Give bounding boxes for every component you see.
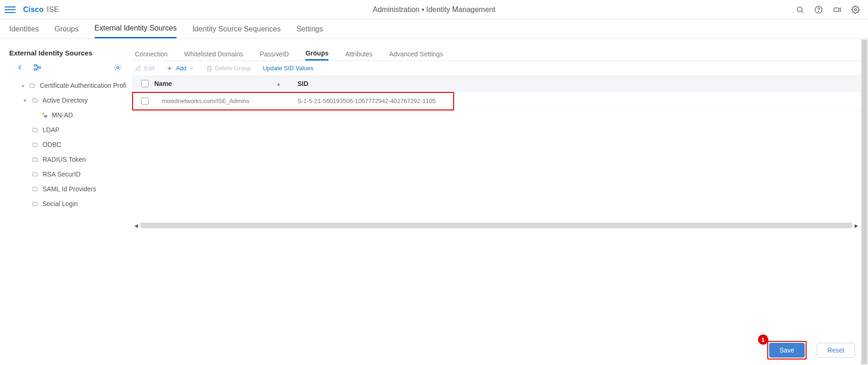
tree-item-label: Social Login: [42, 200, 78, 207]
row-checkbox[interactable]: [141, 97, 149, 105]
sub-tab-whitelisted-domains[interactable]: Whitelisted Domains: [184, 48, 243, 61]
cell-sid: S-1-5-21-560193506-1067772942-402767292-…: [297, 97, 861, 104]
annotation-highlight-save: Save: [767, 341, 807, 359]
svg-point-5: [855, 8, 857, 11]
tree-item-social-login[interactable]: Social Login: [9, 196, 127, 211]
update-sid-label: Update SID Values: [263, 65, 314, 72]
column-header-sid[interactable]: SID: [297, 80, 861, 87]
table-row[interactable]: mixednetworks.com/ISE_AdminsS-1-5-21-560…: [132, 92, 861, 110]
main-tab-external-identity-sources[interactable]: External Identity Sources: [95, 19, 177, 38]
tree-item-label: Certificate Authentication Profile: [40, 82, 127, 89]
sidebar-title: External Identity Sources: [9, 49, 127, 57]
tree-item-label: LDAP: [42, 126, 60, 134]
svg-point-9: [117, 67, 119, 69]
tree-item-label: RADIUS Token: [42, 156, 86, 163]
svg-rect-11: [44, 115, 47, 117]
scroll-right-icon[interactable]: ▶: [852, 223, 861, 228]
folder-icon: [31, 141, 39, 148]
folder-icon: [31, 186, 39, 192]
reset-button[interactable]: Reset: [817, 343, 855, 358]
column-header-name[interactable]: Name ▲: [154, 80, 297, 87]
edit-action[interactable]: Edit: [135, 65, 154, 72]
scroll-left-icon[interactable]: ◀: [132, 223, 140, 228]
tree-item-active-directory[interactable]: ▾Active Directory: [9, 93, 127, 108]
folder-icon: [31, 97, 39, 103]
horizontal-scrollbar[interactable]: ◀ ▶: [132, 221, 861, 230]
svg-rect-7: [34, 69, 36, 70]
caret-down-icon[interactable]: ▾: [22, 97, 28, 103]
breadcrumb: Administration • Identity Management: [373, 6, 495, 14]
tree-item-radius-token[interactable]: RADIUS Token: [9, 152, 127, 167]
tree-item-certificate-authentication-profile[interactable]: ▸Certificate Authentication Profile: [9, 78, 127, 93]
ad-node-icon: [41, 111, 48, 119]
annotation-badge: 1: [758, 335, 768, 345]
update-sid-action[interactable]: Update SID Values: [263, 65, 314, 72]
tree-item-label: SAML Id Providers: [42, 185, 96, 193]
tree-item-label: Active Directory: [42, 97, 88, 104]
add-label: Add: [176, 65, 186, 72]
delete-group-action[interactable]: Delete Group: [206, 65, 251, 72]
main-tab-settings[interactable]: Settings: [297, 19, 323, 38]
folder-icon: [31, 171, 39, 177]
svg-line-1: [801, 11, 803, 12]
menu-toggle-button[interactable]: [5, 4, 16, 15]
vertical-scrollbar[interactable]: [861, 39, 868, 365]
svg-rect-6: [34, 65, 36, 66]
add-action[interactable]: Add: [166, 65, 194, 72]
tree-item-rsa-securid[interactable]: RSA SecurID: [9, 167, 127, 182]
brand-secondary: ISE: [47, 6, 59, 13]
folder-icon: [31, 201, 39, 207]
chevron-down-icon: [189, 66, 194, 71]
tree-item-odbc[interactable]: ODBC: [9, 137, 127, 152]
sub-tab-advanced-settings[interactable]: Advanced Settings: [389, 48, 443, 61]
tools-icon[interactable]: [833, 6, 841, 14]
brand-logo: Cisco ISE: [23, 6, 59, 14]
svg-rect-8: [38, 67, 41, 68]
search-icon[interactable]: [796, 6, 804, 14]
main-tab-identities[interactable]: Identities: [9, 19, 39, 38]
folder-icon: [29, 82, 36, 89]
sidebar-gear-icon[interactable]: [114, 63, 122, 72]
tree-item-label: RSA SecurID: [42, 170, 80, 178]
edit-label: Edit: [144, 65, 154, 72]
tree-item-label: MN-AD: [52, 111, 73, 119]
sub-tab-connection[interactable]: Connection: [135, 48, 168, 61]
main-tab-identity-source-sequences[interactable]: Identity Source Sequences: [192, 19, 280, 38]
sub-tab-passiveid[interactable]: PassiveID: [260, 48, 289, 61]
caret-right-icon[interactable]: ▸: [22, 83, 25, 89]
cell-name: mixednetworks.com/ISE_Admins: [154, 97, 297, 104]
sub-tab-groups[interactable]: Groups: [305, 48, 328, 61]
back-icon[interactable]: [16, 63, 24, 72]
delete-label: Delete Group: [215, 65, 251, 72]
gear-icon[interactable]: [851, 6, 860, 14]
sub-tab-attributes[interactable]: Attributes: [345, 48, 372, 61]
tree-item-mn-ad[interactable]: MN-AD: [9, 108, 127, 122]
svg-rect-4: [834, 8, 839, 12]
folder-icon: [31, 127, 39, 133]
brand-primary: Cisco: [23, 6, 44, 13]
svg-point-10: [42, 113, 44, 115]
help-icon[interactable]: [814, 6, 823, 14]
tree-item-label: ODBC: [42, 141, 61, 148]
sort-asc-icon: ▲: [276, 81, 281, 86]
main-tab-groups[interactable]: Groups: [55, 19, 79, 38]
tree-item-ldap[interactable]: LDAP: [9, 122, 127, 137]
main-tabs: IdentitiesGroupsExternal Identity Source…: [0, 19, 868, 39]
folder-icon: [31, 156, 39, 163]
select-all-checkbox[interactable]: [141, 80, 149, 87]
tree-item-saml-id-providers[interactable]: SAML Id Providers: [9, 182, 127, 196]
tree-view-icon[interactable]: [33, 63, 42, 72]
save-button[interactable]: Save: [769, 343, 805, 358]
svg-point-3: [819, 11, 819, 12]
svg-point-0: [797, 7, 802, 12]
